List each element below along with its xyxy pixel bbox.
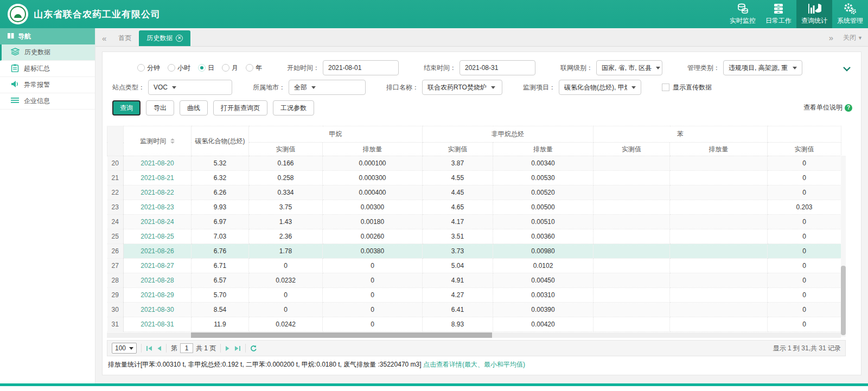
horizontal-scrollbar[interactable] [107, 332, 841, 338]
collapse-filters-icon[interactable] [843, 64, 851, 74]
emission-stats-line: 排放量统计[甲苯:0.00310 t, 非甲烷总烃:0.192 t, 二甲苯:0… [108, 360, 861, 369]
last-page-icon[interactable] [234, 345, 241, 351]
table-row[interactable]: 282021-08-286.570.023204.910.004500 [107, 273, 841, 288]
table-row[interactable]: 262021-08-266.761.780.003803.730.009800 [107, 244, 841, 259]
group-header-benzene: 苯 [593, 126, 768, 143]
page-total: 共 1 页 [196, 344, 216, 353]
network-level-select[interactable]: 国家, 省, 市, 区县 [596, 60, 662, 75]
table-row[interactable]: 212021-08-216.320.2580.0003004.550.00530… [107, 171, 841, 185]
table-row[interactable]: 302021-08-308.54006.410.003900 [107, 303, 841, 317]
city-select[interactable]: 全部 [289, 80, 366, 95]
table-row[interactable]: 292021-08-295.70004.270.003100 [107, 288, 841, 303]
pager-bar: 100 第 共 1 页 [107, 340, 846, 356]
archive-icon [772, 3, 785, 15]
direct-data-label: 显示直传数据 [673, 83, 712, 92]
horizontal-scrollbar-thumb[interactable] [191, 332, 492, 338]
period-radio[interactable] [168, 64, 175, 72]
group-header-methane: 甲烷 [249, 126, 423, 143]
value-cell [670, 156, 768, 171]
period-option[interactable]: 分钟 [137, 63, 160, 73]
row-number-cell: 27 [107, 259, 124, 273]
sub-header-measured: 实测值 [423, 143, 493, 156]
period-option[interactable]: 月 [222, 63, 238, 73]
table-row[interactable]: 312021-08-3111.90.024208.930.004200 [107, 317, 841, 332]
value-cell: 0.00500 [493, 200, 593, 215]
value-cell: 1.43 [249, 215, 323, 229]
period-radio[interactable] [222, 64, 229, 72]
table-row[interactable]: 232021-08-239.933.750.003004.650.005000.… [107, 200, 841, 215]
monitor-item-select[interactable]: 碳氢化合物(总烃), 甲烷, 非 [559, 80, 641, 95]
value-cell: 0.000300 [323, 171, 423, 185]
table-row[interactable]: 272021-08-276.71005.040.01020 [107, 259, 841, 273]
sub-header-measured: 实测值 [768, 143, 841, 156]
table-row[interactable]: 242021-08-246.971.430.001804.170.005100 [107, 215, 841, 229]
caret-down-icon [793, 67, 797, 69]
value-cell: 8.54 [192, 303, 249, 317]
time-column-header[interactable]: 监测时间 [124, 126, 192, 156]
curve-button[interactable]: 曲线 [180, 100, 208, 116]
outlet-select[interactable]: 联合农药RTO焚烧炉 [422, 80, 502, 95]
new-query-page-button[interactable]: 打开新查询页 [213, 100, 267, 116]
filter-row-1: 分钟 小时 日 月 年 开始时间： 结束时间： [103, 52, 861, 76]
prev-page-icon[interactable] [157, 345, 162, 351]
data-table: 监测时间 碳氢化合物(总烃) 甲烷 非甲烷总烃 苯 实测值 [107, 126, 841, 332]
tabs-scroll-right-icon[interactable]: » [828, 33, 838, 42]
end-time-label: 结束时间： [424, 63, 456, 73]
query-button[interactable]: 查询 [112, 100, 141, 116]
start-time-label: 开始时间： [287, 63, 320, 73]
tab-bar: « 首页 历史数据 ✕ » 关闭 ▼ [95, 28, 868, 47]
filter-row-2: 站点类型： VOC 所属地市： 全部 排口名称： 联合农药RTO焚烧炉 监测项目… [103, 76, 861, 95]
date-cell: 2021-08-23 [124, 200, 192, 215]
sidebar-item-history-data[interactable]: 历史数据 [0, 44, 95, 61]
vertical-scrollbar[interactable] [841, 156, 846, 337]
tab-close-icon[interactable]: ✕ [176, 35, 183, 42]
mgmt-category-select[interactable]: 违规项目, 高架源, 重点排 [723, 60, 802, 75]
row-number-cell: 31 [107, 317, 124, 332]
value-cell: 0.203 [768, 200, 841, 215]
period-option[interactable]: 小时 [168, 63, 190, 73]
tab-home[interactable]: 首页 [111, 30, 139, 46]
site-type-select[interactable]: VOC [148, 80, 232, 95]
data-table-wrap: 监测时间 碳氢化合物(总烃) 甲烷 非甲烷总烃 苯 实测值 [107, 126, 846, 338]
sidebar-item-abnormal-alarm[interactable]: 异常报警 [0, 77, 95, 93]
period-radio[interactable] [198, 64, 206, 72]
next-page-icon[interactable] [225, 345, 230, 351]
period-radio[interactable] [137, 64, 145, 72]
unit-explain-link[interactable]: 查看单位说明 ? [803, 103, 852, 112]
tabs-scroll-left-icon[interactable]: « [101, 34, 111, 46]
tab-history-data[interactable]: 历史数据 ✕ [139, 30, 190, 46]
period-radio[interactable] [246, 64, 253, 72]
table-row[interactable]: 252021-08-257.032.360.002603.510.003600 [107, 229, 841, 244]
condition-params-button[interactable]: 工况参数 [273, 100, 314, 116]
group-header-partial [768, 126, 841, 143]
nav-system-manage[interactable]: 系统管理 [832, 0, 868, 28]
value-cell: 5.04 [423, 259, 493, 273]
row-number-header [107, 126, 124, 156]
period-option[interactable]: 年 [246, 63, 262, 73]
period-option[interactable]: 日 [198, 63, 214, 73]
vertical-scrollbar-thumb[interactable] [841, 266, 846, 335]
nav-query-stats[interactable]: 查询统计 [796, 0, 832, 28]
refresh-icon[interactable] [250, 345, 257, 352]
page-size-select[interactable]: 100 [112, 343, 137, 354]
export-button[interactable]: 导出 [146, 100, 174, 116]
company-title: 山东省联合农药工业有限公司 [34, 8, 161, 21]
first-page-icon[interactable] [146, 345, 152, 351]
table-row[interactable]: 202021-08-205.320.1660.0001003.870.00340… [107, 156, 841, 171]
page-number-input[interactable] [180, 343, 193, 353]
value-cell: 6.32 [192, 171, 249, 185]
date-cell: 2021-08-27 [124, 259, 192, 273]
value-cell: 0 [768, 273, 841, 288]
close-tabs-menu[interactable]: 关闭 ▼ [843, 33, 863, 42]
detail-link[interactable]: 点击查看详情(最大、最小和平均值) [423, 361, 525, 368]
value-cell [670, 259, 768, 273]
table-row[interactable]: 222021-08-226.260.3340.0004004.450.00520… [107, 185, 841, 200]
start-time-input[interactable] [323, 60, 399, 75]
sidebar-item-company-info[interactable]: 企业信息 [0, 93, 95, 110]
value-cell: 0.00530 [493, 171, 593, 185]
nav-daily-work[interactable]: 日常工作 [761, 0, 796, 28]
nav-realtime-monitor[interactable]: 实时监控 [725, 0, 761, 28]
end-time-input[interactable] [459, 60, 535, 75]
sidebar-item-exceed-summary[interactable]: 超标汇总 [0, 61, 95, 77]
direct-data-checkbox[interactable] [662, 84, 669, 91]
